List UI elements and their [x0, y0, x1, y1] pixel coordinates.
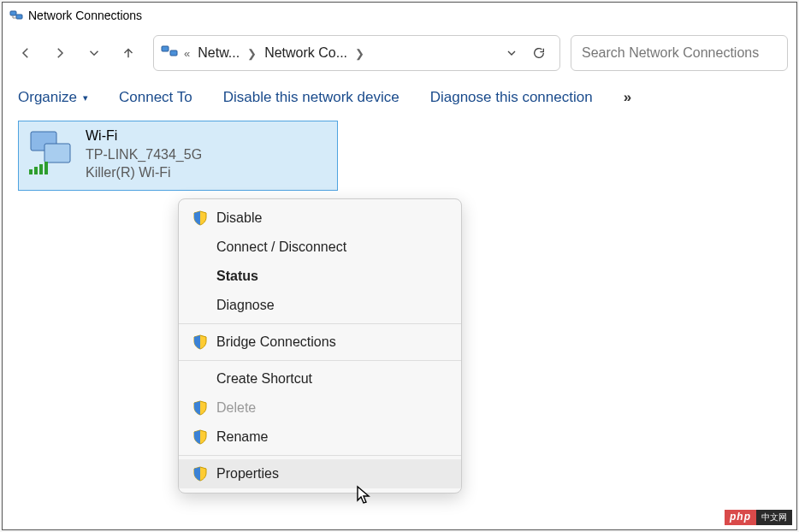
- ctx-label: Disable: [216, 210, 262, 226]
- recent-locations-button[interactable]: [80, 38, 109, 68]
- ctx-label: Connect / Disconnect: [216, 239, 346, 255]
- shield-icon: [192, 429, 208, 445]
- network-connections-icon: [161, 44, 180, 62]
- ctx-diagnose[interactable]: Diagnose: [179, 291, 461, 320]
- svg-rect-6: [29, 169, 33, 174]
- svg-rect-2: [162, 46, 169, 51]
- refresh-button[interactable]: [525, 39, 553, 67]
- ctx-label: Create Shortcut: [216, 371, 312, 387]
- ctx-delete: Delete: [179, 393, 461, 423]
- shield-icon: [192, 400, 208, 416]
- ctx-label: Properties: [216, 466, 279, 482]
- chevron-right-icon[interactable]: ❯: [351, 47, 369, 60]
- ctx-create-shortcut[interactable]: Create Shortcut: [179, 364, 461, 393]
- ctx-status[interactable]: Status: [179, 262, 461, 291]
- search-box[interactable]: [571, 35, 788, 71]
- breadcrumb-item[interactable]: Network Co...: [261, 45, 351, 61]
- adapter-device: Killer(R) Wi-Fi: [86, 163, 202, 182]
- ctx-disable[interactable]: Disable: [179, 204, 461, 233]
- breadcrumb-prefix: «: [180, 47, 194, 60]
- svg-rect-7: [34, 167, 38, 174]
- svg-rect-9: [44, 162, 48, 174]
- up-button[interactable]: [114, 38, 143, 68]
- ctx-rename[interactable]: Rename: [179, 423, 461, 452]
- adapter-details: Wi-Fi TP-LINK_7434_5G Killer(R) Wi-Fi: [86, 127, 202, 185]
- breadcrumb-item[interactable]: Netw...: [194, 45, 243, 61]
- shield-icon: [192, 466, 208, 482]
- watermark-left: php: [725, 510, 756, 525]
- back-button[interactable]: [11, 38, 40, 68]
- history-dropdown-button[interactable]: [498, 39, 525, 67]
- menu-separator: [179, 455, 461, 456]
- ctx-label: Status: [216, 269, 258, 284]
- ctx-label: Bridge Connections: [216, 334, 336, 350]
- shield-icon: [192, 334, 208, 350]
- adapter-name: Wi-Fi: [86, 127, 202, 145]
- network-adapter-item[interactable]: Wi-Fi TP-LINK_7434_5G Killer(R) Wi-Fi: [18, 121, 338, 191]
- organize-menu[interactable]: Organize: [18, 89, 88, 106]
- ctx-label: Delete: [216, 400, 256, 416]
- ctx-properties[interactable]: Properties: [179, 459, 461, 488]
- connect-to-button[interactable]: Connect To: [119, 89, 192, 106]
- address-bar[interactable]: « Netw... ❯ Network Co... ❯: [153, 35, 560, 71]
- search-input[interactable]: [582, 45, 777, 61]
- forward-button[interactable]: [45, 38, 74, 68]
- command-bar: Organize Connect To Disable this network…: [3, 78, 796, 117]
- wifi-adapter-icon: [26, 127, 79, 178]
- ctx-label: Diagnose: [216, 298, 275, 313]
- ctx-label: Rename: [216, 429, 268, 445]
- chevron-right-icon[interactable]: ❯: [243, 47, 261, 60]
- network-connections-icon: [9, 9, 23, 22]
- title-bar: Network Connections: [3, 3, 796, 28]
- adapter-ssid: TP-LINK_7434_5G: [86, 145, 202, 164]
- title-bar-text: Network Connections: [28, 9, 142, 22]
- context-menu: Disable Connect / Disconnect Status Diag…: [178, 198, 462, 494]
- svg-rect-1: [16, 15, 22, 19]
- ctx-bridge-connections[interactable]: Bridge Connections: [179, 328, 461, 357]
- menu-separator: [179, 323, 461, 324]
- nav-row: « Netw... ❯ Network Co... ❯: [3, 28, 796, 78]
- watermark: php 中文网: [725, 510, 792, 525]
- diagnose-connection-button[interactable]: Diagnose this connection: [430, 89, 593, 106]
- svg-rect-0: [10, 11, 16, 15]
- shield-icon: [192, 210, 208, 226]
- watermark-right: 中文网: [756, 510, 792, 525]
- mouse-cursor-icon: [356, 485, 373, 509]
- svg-rect-3: [170, 50, 177, 56]
- ctx-connect-disconnect[interactable]: Connect / Disconnect: [179, 233, 461, 262]
- toolbar-overflow-button[interactable]: »: [624, 89, 631, 106]
- menu-separator: [179, 360, 461, 361]
- svg-rect-5: [44, 144, 70, 163]
- svg-rect-8: [39, 164, 43, 174]
- disable-device-button[interactable]: Disable this network device: [223, 89, 400, 106]
